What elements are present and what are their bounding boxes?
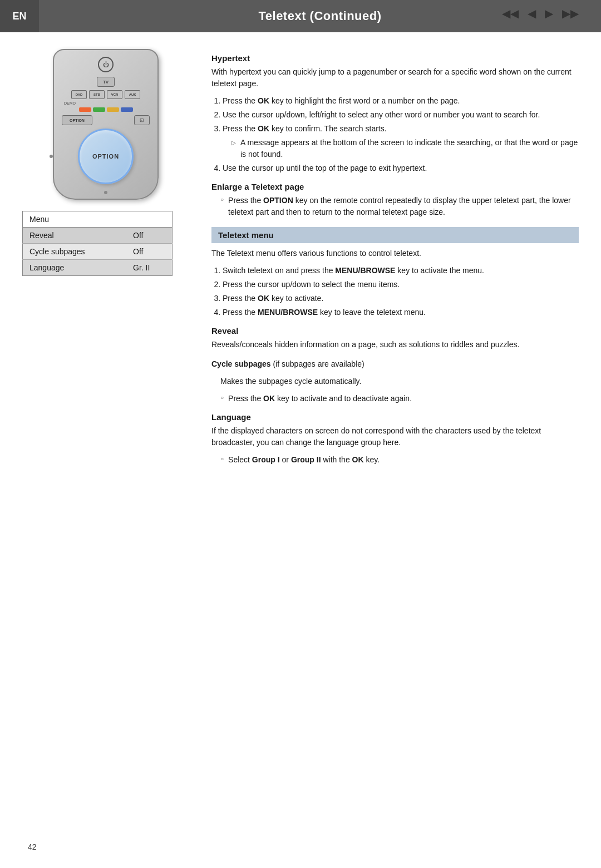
source-buttons: DVD STB VCR AUX <box>60 90 152 99</box>
reveal-title: Reveal <box>211 326 579 336</box>
blue-button <box>121 107 133 112</box>
stb-button: STB <box>89 90 105 99</box>
color-buttons <box>60 107 152 112</box>
language-title: Language <box>211 412 579 422</box>
step3-sub: A message appears at the bottom of the s… <box>240 137 579 160</box>
sub-bullet-item: ▷ A message appears at the bottom of the… <box>231 137 579 160</box>
dpad-dot-left <box>50 155 53 158</box>
cycle-title-line: Cycle subpages (if subpages are availabl… <box>211 358 579 370</box>
list-item: Use the cursor up/down, left/right to se… <box>223 109 579 121</box>
remote-control: ⏻ TV DVD STB VCR AUX DEMO <box>53 49 159 200</box>
reveal-label: Reveal <box>23 228 127 244</box>
menu-header-cell: Menu <box>23 211 173 228</box>
skip-back-icon[interactable]: ◀◀ <box>502 7 519 20</box>
cycle-label: Cycle subpages <box>23 244 127 260</box>
cycle-title: Cycle subpages <box>211 359 271 368</box>
hypertext-intro: With hypertext you can quickly jump to a… <box>211 66 579 90</box>
remote-illustration: ⏻ TV DVD STB VCR AUX DEMO <box>53 49 164 200</box>
dpad-area: OPTION <box>60 129 152 184</box>
hypertext-section: Hypertext With hypertext you can quickly… <box>211 53 579 174</box>
hypertext-steps: Press the OK key to highlight the first … <box>223 95 579 174</box>
cycle-text: Makes the subpages cycle automatically. <box>220 376 579 387</box>
teletext-menu-header: Teletext menu <box>211 227 579 243</box>
bullet-icon: ▷ <box>231 139 236 147</box>
prev-icon[interactable]: ◀ <box>528 7 536 20</box>
menu-table: Menu Reveal Off Cycle subpages Off Langu… <box>22 211 173 276</box>
dvd-button: DVD <box>71 90 87 99</box>
language-text: If the displayed characters on screen do… <box>211 425 579 448</box>
language-badge: EN <box>0 0 39 32</box>
circle-bullet-icon2: ○ <box>220 394 224 401</box>
list-item: Press the cursor up/down to select the m… <box>223 279 579 290</box>
right-column: Hypertext With hypertext you can quickly… <box>211 49 579 468</box>
option-teletext-row: OPTION ⊡ <box>60 115 152 125</box>
skip-forward-icon[interactable]: ▶▶ <box>562 7 579 20</box>
enlarge-section: Enlarge a Teletext page ○ Press the OPTI… <box>211 182 579 218</box>
reveal-section: Reveal Reveals/conceals hidden informati… <box>211 326 579 351</box>
cycle-bullet: ○ Press the OK key to activate and to de… <box>220 393 579 405</box>
reveal-text: Reveals/conceals hidden information on a… <box>211 339 579 351</box>
cycle-prefix: (if subpages are available) <box>271 359 364 368</box>
enlarge-text: Press the OPTION key on the remote contr… <box>228 195 579 218</box>
language-sub-text: Select Group I or Group II with the OK k… <box>228 454 380 466</box>
list-item: Press the OK key to confirm. The search … <box>223 123 579 160</box>
language-section: Language If the displayed characters on … <box>211 412 579 466</box>
list-item: Press the OK key to activate. <box>223 293 579 304</box>
circle-bullet-icon3: ○ <box>220 456 224 462</box>
teletext-menu-intro: The Teletext menu offers various functio… <box>211 248 579 259</box>
aux-button: AUX <box>125 90 140 99</box>
teletext-button: ⊡ <box>134 115 150 125</box>
cycle-section: Cycle subpages (if subpages are availabl… <box>211 358 579 405</box>
enlarge-bullet: ○ Press the OPTION key on the remote con… <box>220 195 579 218</box>
list-item: Press the MENU/BROWSE key to leave the t… <box>223 307 579 318</box>
language-bullet: ○ Select Group I or Group II with the OK… <box>220 454 579 466</box>
reveal-value: Off <box>126 228 172 244</box>
menu-header-row: Menu <box>23 211 173 228</box>
yellow-button <box>107 107 119 112</box>
teletext-menu-steps: Switch teletext on and press the MENU/BR… <box>223 265 579 318</box>
demo-label: DEMO <box>64 101 76 105</box>
page-number: 42 <box>28 842 37 851</box>
table-row: Language Gr. II <box>23 260 173 276</box>
red-button <box>79 107 91 112</box>
left-column: ⏻ TV DVD STB VCR AUX DEMO <box>22 49 195 468</box>
main-content: ⏻ TV DVD STB VCR AUX DEMO <box>0 32 601 485</box>
list-item: Switch teletext on and press the MENU/BR… <box>223 265 579 277</box>
vcr-button: VCR <box>107 90 122 99</box>
next-icon[interactable]: ▶ <box>545 7 553 20</box>
circle-bullet-icon: ○ <box>220 196 224 203</box>
dpad-label: OPTION <box>92 153 119 160</box>
power-button: ⏻ <box>98 57 114 72</box>
cycle-value: Off <box>126 244 172 260</box>
hypertext-title: Hypertext <box>211 53 579 63</box>
dpad: OPTION <box>78 129 134 184</box>
table-row: Reveal Off <box>23 228 173 244</box>
option-button: OPTION <box>62 115 92 125</box>
language-value: Gr. II <box>126 260 172 276</box>
list-item: Use the cursor up until the top of the p… <box>223 162 579 174</box>
green-button <box>93 107 105 112</box>
nav-icons: ◀◀ ◀ ▶ ▶▶ <box>502 7 579 20</box>
list-item: Press the OK key to highlight the first … <box>223 95 579 107</box>
cycle-sub-text: Press the OK key to activate and to deac… <box>228 393 412 405</box>
table-row: Cycle subpages Off <box>23 244 173 260</box>
dpad-dot-bottom <box>104 191 107 194</box>
language-label: Language <box>23 260 127 276</box>
enlarge-title: Enlarge a Teletext page <box>211 182 579 191</box>
tv-button: TV <box>97 77 115 87</box>
